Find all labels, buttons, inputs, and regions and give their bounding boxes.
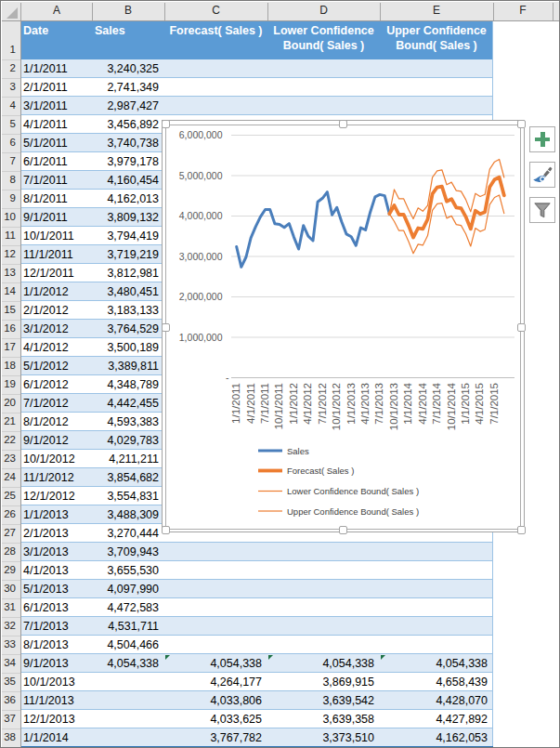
svg-text:Upper Confidence Bound( Sales: Upper Confidence Bound( Sales ) [287,506,419,517]
svg-text:1/1/2013: 1/1/2013 [345,383,357,425]
svg-text:4,000,000: 4,000,000 [179,210,223,221]
svg-text:7/1/2011: 7/1/2011 [259,383,270,424]
svg-text:4/1/2011: 4/1/2011 [245,383,256,424]
svg-text:10/1/2014: 10/1/2014 [446,382,457,430]
svg-text:1/1/2012: 1/1/2012 [288,383,299,425]
svg-text:3,000,000: 3,000,000 [179,251,223,262]
svg-text:Sales: Sales [287,446,309,456]
svg-text:2,000,000: 2,000,000 [179,291,223,302]
svg-text:10/1/2012: 10/1/2012 [331,383,342,430]
svg-text:7/1/2014: 7/1/2014 [431,382,442,424]
svg-text:1/1/2015: 1/1/2015 [460,383,471,425]
svg-text:4/1/2012: 4/1/2012 [302,383,313,425]
svg-text:7/1/2015: 7/1/2015 [488,383,500,425]
svg-text:1/1/2011: 1/1/2011 [230,383,241,424]
svg-text:4/1/2015: 4/1/2015 [474,383,485,425]
svg-text:6,000,000: 6,000,000 [179,129,223,140]
svg-text:-: - [226,372,229,383]
svg-text:1/1/2014: 1/1/2014 [402,382,413,424]
svg-text:1,000,000: 1,000,000 [179,332,223,343]
svg-text:4/1/2014: 4/1/2014 [417,382,428,424]
svg-text:Forecast( Sales ): Forecast( Sales ) [287,466,354,476]
svg-text:10/1/2013: 10/1/2013 [388,383,399,430]
svg-text:7/1/2013: 7/1/2013 [373,383,384,425]
svg-text:7/1/2012: 7/1/2012 [317,383,328,425]
svg-text:Lower Confidence Bound( Sales: Lower Confidence Bound( Sales ) [287,486,419,496]
svg-text:4/1/2013: 4/1/2013 [359,383,371,425]
svg-text:10/1/2011: 10/1/2011 [273,383,284,429]
svg-text:5,000,000: 5,000,000 [179,170,223,181]
